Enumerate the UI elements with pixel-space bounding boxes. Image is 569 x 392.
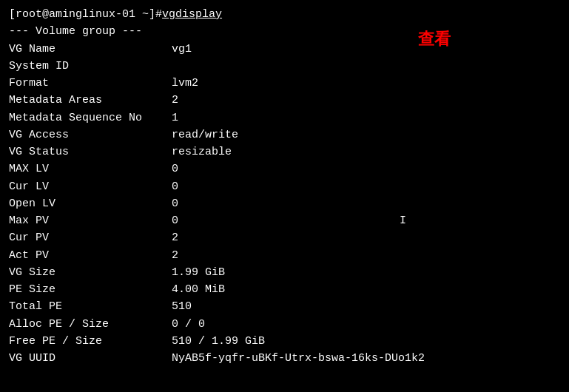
row-label: Total PE — [9, 298, 172, 315]
table-row: VG Statusresizable — [9, 143, 560, 160]
row-label: Metadata Sequence No — [9, 109, 172, 126]
row-value: 1 — [172, 109, 178, 126]
row-value: 0 — [172, 212, 178, 229]
row-label: Act PV — [9, 247, 172, 264]
row-label: Max PV — [9, 212, 172, 229]
table-row: Max PV0 — [9, 212, 560, 229]
row-value: 2 — [172, 247, 178, 264]
row-value: 0 — [172, 160, 178, 178]
table-row: Formatlvm2 — [9, 75, 560, 92]
row-value: resizable — [172, 143, 232, 160]
row-label: VG Name — [9, 41, 172, 58]
table-row: Open LV0 — [9, 195, 560, 212]
row-label: Open LV — [9, 195, 172, 212]
vg-info-rows: VG Namevg1 System ID Formatlvm2 Metadata… — [9, 41, 560, 368]
row-value: 0 — [172, 195, 178, 212]
table-row: System ID — [9, 58, 560, 75]
row-label: VG Size — [9, 264, 172, 281]
row-value: 0 — [172, 178, 178, 195]
row-value: 2 — [172, 229, 178, 246]
row-label: Cur PV — [9, 229, 172, 246]
table-row: PE Size4.00 MiB — [9, 281, 560, 298]
row-label: VG Access — [9, 126, 172, 143]
shell-prompt: [root@aminglinux-01 ~]# — [9, 6, 162, 23]
table-row: VG Accessread/write — [9, 126, 560, 143]
row-label: System ID — [9, 58, 172, 75]
row-value: lvm2 — [172, 75, 198, 92]
row-value: NyAB5f-yqfr-uBKf-Utrx-bswa-16ks-DUo1k2 — [172, 350, 425, 367]
row-value: 2 — [172, 92, 178, 109]
row-label: Cur LV — [9, 178, 172, 195]
table-row: VG UUIDNyAB5f-yqfr-uBKf-Utrx-bswa-16ks-D… — [9, 350, 560, 367]
row-value: 510 — [172, 298, 192, 315]
command-text: vgdisplay — [162, 6, 222, 23]
row-label: Alloc PE / Size — [9, 316, 172, 333]
row-value: vg1 — [172, 41, 192, 58]
row-label: VG UUID — [9, 350, 172, 367]
prompt-line: [root@aminglinux-01 ~]# vgdisplay — [9, 6, 560, 23]
table-row: VG Size1.99 GiB — [9, 264, 560, 281]
table-row: Metadata Sequence No1 — [9, 109, 560, 126]
annotation-label: 查看 — [418, 28, 451, 50]
table-row: Alloc PE / Size0 / 0 — [9, 316, 560, 333]
table-row: Metadata Areas2 — [9, 92, 560, 109]
table-row: Total PE510 — [9, 298, 560, 315]
row-label: PE Size — [9, 281, 172, 298]
row-value: read/write — [172, 126, 238, 143]
row-label: VG Status — [9, 143, 172, 160]
table-row: Cur PV2 — [9, 229, 560, 246]
table-row: Free PE / Size510 / 1.99 GiB — [9, 333, 560, 350]
row-label: Metadata Areas — [9, 92, 172, 109]
row-value: 510 / 1.99 GiB — [172, 333, 265, 350]
row-value: 4.00 MiB — [172, 281, 225, 298]
terminal-window: [root@aminglinux-01 ~]# vgdisplay --- Vo… — [0, 0, 569, 373]
section-header: --- Volume group --- — [9, 23, 560, 40]
row-label: Format — [9, 75, 172, 92]
table-row: MAX LV0 — [9, 160, 560, 178]
row-label: Free PE / Size — [9, 333, 172, 350]
table-row: Act PV2 — [9, 247, 560, 264]
table-row: Cur LV0 — [9, 178, 560, 195]
row-label: MAX LV — [9, 160, 172, 178]
table-row: VG Namevg1 — [9, 41, 560, 58]
row-value: 1.99 GiB — [172, 264, 225, 281]
text-cursor: I — [400, 214, 406, 227]
row-value: 0 / 0 — [172, 316, 205, 333]
